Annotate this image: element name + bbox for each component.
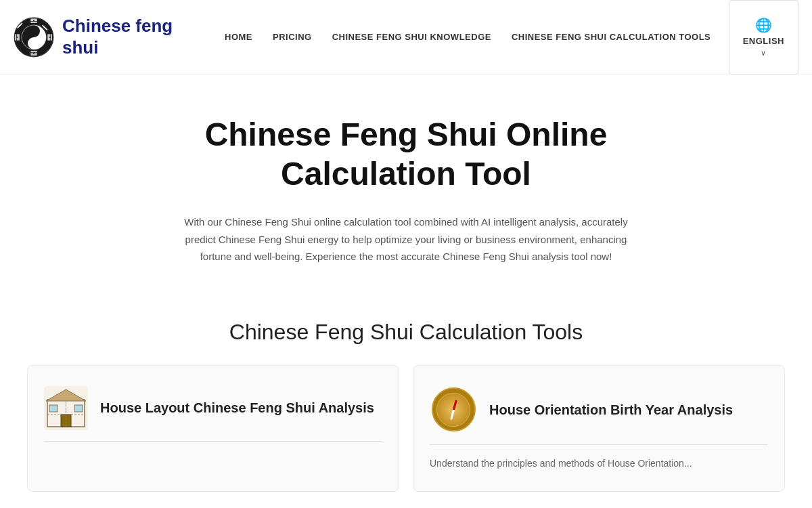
svg-rect-10 — [35, 52, 37, 54]
house-layout-icon — [44, 386, 88, 430]
svg-rect-19 — [51, 34, 52, 41]
chevron-down-icon: ∨ — [761, 49, 766, 58]
tool-card-header-house-layout: House Layout Chinese Feng Shui Analysis — [44, 386, 382, 442]
nav-home[interactable]: HOME — [225, 32, 252, 42]
svg-rect-6 — [35, 20, 37, 21]
nav-knowledge[interactable]: CHINESE FENG SHUI KNOWLEDGE — [332, 32, 491, 42]
tools-section: Chinese Feng Shui Calculation Tools — [14, 293, 798, 505]
svg-rect-7 — [30, 22, 37, 23]
compass-icon — [430, 386, 477, 433]
svg-rect-4 — [30, 18, 37, 20]
svg-rect-9 — [30, 52, 33, 54]
svg-rect-11 — [30, 54, 37, 56]
svg-rect-18 — [49, 37, 51, 40]
svg-rect-16 — [47, 34, 49, 41]
hero-section: Chinese Feng Shui Online Calculation Too… — [102, 75, 710, 293]
globe-icon: 🌐 — [755, 17, 772, 33]
svg-rect-12 — [15, 34, 16, 41]
svg-rect-15 — [18, 34, 20, 41]
svg-rect-17 — [49, 34, 51, 37]
nav-calc-tools[interactable]: CHINESE FENG SHUI CALCULATION TOOLS — [512, 32, 710, 42]
tool-card-house-orientation[interactable]: House Orientation Birth Year Analysis Un… — [413, 365, 785, 492]
svg-point-2 — [32, 29, 36, 33]
brand-logo-link[interactable]: Chinese feng shui — [14, 16, 198, 58]
navbar: Chinese feng shui HOME PRICING CHINESE F… — [0, 0, 812, 75]
bagua-logo-icon — [14, 17, 54, 58]
tool-card-house-layout[interactable]: House Layout Chinese Feng Shui Analysis — [27, 365, 399, 492]
hero-title: Chinese Feng Shui Online Calculation Too… — [115, 115, 697, 193]
svg-rect-13 — [17, 34, 18, 37]
svg-rect-31 — [74, 405, 83, 412]
tool-house-orientation-title: House Orientation Birth Year Analysis — [489, 401, 733, 419]
language-label: ENGLISH — [743, 36, 784, 46]
svg-rect-30 — [49, 405, 58, 412]
svg-rect-5 — [30, 20, 33, 21]
svg-rect-8 — [30, 51, 37, 52]
brand-name: Chinese feng shui — [62, 16, 198, 58]
nav-links: HOME PRICING CHINESE FENG SHUI KNOWLEDGE… — [225, 32, 798, 42]
language-dropdown[interactable]: 🌐 ENGLISH ∨ — [729, 0, 798, 75]
tools-grid: House Layout Chinese Feng Shui Analysis … — [27, 365, 785, 492]
hero-description: With our Chinese Feng Shui online calcul… — [176, 213, 636, 266]
tools-section-title: Chinese Feng Shui Calculation Tools — [27, 320, 785, 345]
tool-card-header-house-orientation: House Orientation Birth Year Analysis — [430, 386, 768, 445]
tool-house-layout-title: House Layout Chinese Feng Shui Analysis — [100, 399, 374, 417]
tool-house-orientation-desc: Understand the principles and methods of… — [430, 456, 768, 471]
nav-pricing[interactable]: PRICING — [273, 32, 312, 42]
svg-rect-14 — [17, 37, 18, 40]
svg-point-3 — [32, 41, 36, 45]
